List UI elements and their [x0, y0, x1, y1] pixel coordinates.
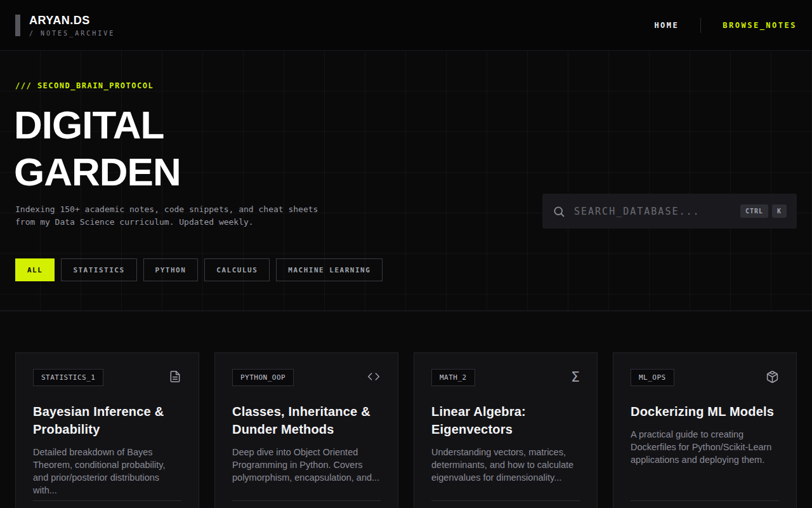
filter-chip-statistics[interactable]: STATISTICS	[61, 258, 136, 281]
sigma-icon: Σ	[571, 370, 580, 384]
nav-link-browse-notes[interactable]: BROWSE_NOTES	[723, 21, 797, 30]
card-tag: STATISTICS_1	[33, 369, 103, 386]
hero-description: Indexing 150+ academic notes, code snipp…	[15, 203, 326, 229]
notes-grid: STATISTICS_1 Bayesian Inference & Probab…	[15, 352, 797, 508]
card-divider	[431, 500, 580, 501]
card-tag: ML_OPS	[631, 369, 674, 386]
nav-link-home[interactable]: HOME	[654, 21, 679, 30]
page-title-line2: GARDEN	[14, 150, 181, 194]
filter-chip-all[interactable]: ALL	[15, 258, 55, 281]
note-card-python-oop[interactable]: PYTHON_OOP Classes, Inheritance & Dunder…	[214, 352, 398, 508]
brand-bar-mark	[15, 15, 20, 36]
brand-logo[interactable]: ARYAN.DS / NOTES_ARCHIVE	[15, 14, 115, 37]
card-title: Bayesian Inference & Probability	[33, 403, 181, 438]
card-description: Understanding vectors, matrices, determi…	[431, 446, 580, 484]
search-shortcut: CTRL K	[740, 204, 787, 218]
filter-chip-machine-learning[interactable]: MACHINE LEARNING	[276, 258, 383, 281]
card-divider	[232, 500, 381, 501]
code-icon	[367, 370, 381, 383]
card-tag: MATH_2	[431, 369, 475, 386]
search-icon	[553, 205, 565, 218]
hero-section: /// SECOND_BRAIN_PROTOCOL DIGITAL GARDEN…	[0, 51, 812, 311]
main-nav: HOME BROWSE_NOTES	[654, 18, 797, 33]
card-tag: PYTHON_OOP	[232, 369, 294, 386]
card-description: Deep dive into Object Oriented Programmi…	[232, 446, 381, 484]
note-card-linear-algebra[interactable]: MATH_2 Σ Linear Algebra: Eigenvectors Un…	[414, 352, 598, 508]
document-icon	[169, 370, 181, 383]
card-title: Dockerizing ML Models	[631, 403, 779, 420]
filter-chip-python[interactable]: PYTHON	[143, 258, 199, 281]
nav-divider	[700, 18, 701, 33]
card-title: Linear Algebra: Eigenvectors	[431, 403, 580, 438]
filter-chip-calculus[interactable]: CALCULUS	[204, 258, 270, 281]
card-title: Classes, Inheritance & Dunder Methods	[232, 403, 381, 438]
top-navbar: ARYAN.DS / NOTES_ARCHIVE HOME BROWSE_NOT…	[0, 0, 812, 51]
filter-chip-row: ALL STATISTICS PYTHON CALCULUS MACHINE L…	[15, 258, 383, 281]
page-title: DIGITAL GARDEN	[14, 102, 181, 196]
brand-name: ARYAN.DS	[29, 14, 115, 27]
kbd-k: K	[772, 204, 787, 218]
package-icon	[766, 370, 779, 384]
protocol-label: /// SECOND_BRAIN_PROTOCOL	[15, 81, 154, 90]
note-card-dockerizing[interactable]: ML_OPS Dockerizing ML Models A practical…	[613, 352, 797, 508]
brand-subtitle: / NOTES_ARCHIVE	[29, 30, 115, 37]
card-divider	[631, 500, 779, 501]
card-divider	[33, 500, 181, 501]
kbd-ctrl: CTRL	[740, 204, 768, 218]
card-description: A practical guide to creating Dockerfile…	[631, 428, 779, 466]
search-bar[interactable]: CTRL K	[542, 194, 797, 229]
page-title-line1: DIGITAL	[14, 103, 164, 147]
search-input[interactable]	[574, 206, 740, 217]
card-description: Detailed breakdown of Bayes Theorem, con…	[33, 446, 181, 497]
note-card-bayesian[interactable]: STATISTICS_1 Bayesian Inference & Probab…	[15, 352, 199, 508]
